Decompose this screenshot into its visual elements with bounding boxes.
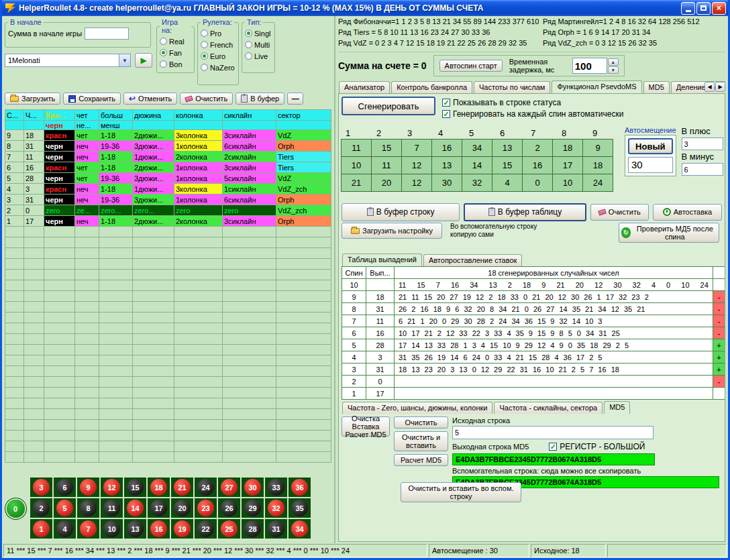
md5-clear-paste-button[interactable]: Очистить и вставить	[394, 431, 448, 451]
load-button[interactable]: Загрузить	[5, 93, 60, 105]
board-cell-34[interactable]: 34	[289, 519, 311, 539]
md5-output-field[interactable]: E4DA3B7FBBCE2345D7772B0674A318D5	[452, 453, 655, 465]
radio-option-NaZero[interactable]: NaZero	[201, 62, 236, 73]
radio-icon[interactable]	[201, 52, 208, 60]
undo-button[interactable]: ↩Отменить	[123, 93, 177, 105]
radio-icon[interactable]	[160, 60, 167, 68]
save-button[interactable]: Сохранить	[63, 93, 121, 105]
md5-clear-paste-aux-button[interactable]: Очистить и вставить во вспом. строку	[401, 482, 521, 502]
board-cell-2[interactable]: 2	[30, 498, 52, 518]
board-cell-0[interactable]: 0	[5, 500, 26, 518]
radio-option-Live[interactable]: Live	[245, 50, 272, 62]
board-cell-6[interactable]: 6	[54, 478, 76, 497]
radio-icon[interactable]	[245, 30, 252, 37]
tab-Частоты по числам[interactable]: Частоты по числам	[474, 81, 550, 93]
clear-grid-button[interactable]: Очистить	[590, 204, 649, 221]
radio-option-Bon[interactable]: Bon	[160, 58, 191, 70]
generate-each-spin-checkbox[interactable]: ✓ Генерировать на каждый спин автоматиче…	[442, 108, 623, 119]
history-table[interactable]: С...Ч...Кра...четбольшдюжинаколонкасикла…	[5, 109, 331, 463]
titlebar[interactable]: HelperRoullet 4.8- create helperroullet@…	[2, 0, 728, 16]
buffer-string-button[interactable]: В буфер строку	[342, 203, 460, 221]
tab-Таблица выпадений[interactable]: Таблица выпадений	[342, 254, 422, 266]
board-cell-5[interactable]: 5	[54, 498, 76, 518]
tab-scroll-left-icon[interactable]: ◀	[705, 82, 715, 92]
board-cell-28[interactable]: 28	[242, 519, 264, 539]
board-cell-13[interactable]: 13	[124, 519, 146, 539]
radio-icon[interactable]	[201, 30, 208, 37]
board-cell-9[interactable]: 9	[77, 478, 99, 497]
clear-button[interactable]: Очистить	[180, 93, 233, 105]
play-button[interactable]: ▶	[135, 53, 152, 68]
tab-Частота - Zero, шансы, дюжины, колонки[interactable]: Частота - Zero, шансы, дюжины, колонки	[342, 402, 492, 414]
board-cell-14[interactable]: 14	[124, 498, 146, 518]
load-settings-button[interactable]: Загрузить настройку	[342, 223, 442, 239]
tab-Частота - сиклайны, сектора[interactable]: Частота - сиклайны, сектора	[494, 402, 603, 414]
board-cell-32[interactable]: 32	[265, 498, 287, 518]
autobet-button[interactable]: Автоставка	[653, 204, 722, 221]
spinner-down-icon[interactable]: ▼	[608, 66, 619, 74]
board-cell-4[interactable]: 4	[54, 519, 76, 539]
radio-option-Singl[interactable]: Singl	[245, 27, 272, 39]
radio-icon[interactable]	[160, 38, 167, 45]
board-cell-15[interactable]: 15	[124, 478, 146, 497]
close-button[interactable]: ×	[712, 2, 726, 15]
board-cell-1[interactable]: 1	[30, 519, 52, 539]
spinner-up-icon[interactable]: ▲	[608, 58, 619, 66]
board-cell-33[interactable]: 33	[265, 478, 287, 497]
source-string-input[interactable]	[452, 426, 654, 439]
board-cell-17[interactable]: 17	[148, 498, 170, 518]
tab-scroll-right-icon[interactable]: ▶	[715, 82, 725, 92]
board-cell-3[interactable]: 3	[30, 478, 52, 497]
board-cell-22[interactable]: 22	[195, 519, 217, 539]
radio-icon[interactable]	[245, 52, 252, 60]
buffer-table-button[interactable]: В буфер таблицу	[464, 203, 586, 221]
radio-icon[interactable]	[245, 41, 252, 48]
register-uppercase-checkbox[interactable]: ✓ РЕГИСТР - БОЛЬШОЙ	[549, 441, 645, 452]
minus-input[interactable]	[682, 163, 723, 176]
radio-option-Multi[interactable]: Multi	[245, 39, 272, 50]
board-cell-27[interactable]: 27	[218, 478, 240, 497]
tab-MD5[interactable]: MD5	[604, 401, 630, 414]
radio-option-Real[interactable]: Real	[160, 36, 191, 47]
radio-option-French[interactable]: French	[201, 39, 236, 50]
autospin-start-button[interactable]: Автоспин старт	[439, 60, 503, 72]
board-cell-29[interactable]: 29	[242, 498, 264, 518]
board-cell-25[interactable]: 25	[218, 519, 240, 539]
board-cell-30[interactable]: 30	[242, 478, 264, 497]
board-cell-12[interactable]: 12	[101, 478, 123, 497]
board-cell-18[interactable]: 18	[148, 478, 170, 497]
tab-Анализатор[interactable]: Анализатор	[339, 81, 390, 93]
board-cell-26[interactable]: 26	[218, 498, 240, 518]
radio-icon[interactable]	[160, 49, 167, 56]
radio-option-Pro[interactable]: Pro	[201, 27, 236, 39]
board-cell-10[interactable]: 10	[101, 519, 123, 539]
collapse-button[interactable]: —	[287, 93, 303, 105]
board-cell-7[interactable]: 7	[77, 519, 99, 539]
tab-Контроль банкролла[interactable]: Контроль банкролла	[391, 81, 472, 93]
radio-option-Fan[interactable]: Fan	[160, 47, 191, 58]
board-cell-36[interactable]: 36	[289, 478, 311, 497]
md5-all-in-one-button[interactable]: Очистка Вставка Расчет MD5	[342, 416, 390, 437]
board-cell-35[interactable]: 35	[289, 498, 311, 518]
board-cell-21[interactable]: 21	[171, 478, 193, 497]
board-cell-24[interactable]: 24	[195, 478, 217, 497]
generate-button[interactable]: Сгенерировать	[342, 97, 435, 115]
board-cell-23[interactable]: 23	[195, 498, 217, 518]
radio-icon[interactable]	[201, 41, 208, 48]
check-md5-button[interactable]: ↻Проверить МД5 после спина	[619, 223, 719, 243]
delay-input[interactable]	[572, 58, 607, 74]
md5-clear-button[interactable]: Очистить	[394, 416, 448, 429]
board-cell-31[interactable]: 31	[265, 519, 287, 539]
tab-MD5[interactable]: MD5	[643, 81, 670, 93]
board-cell-20[interactable]: 20	[171, 498, 193, 518]
to-buffer-button[interactable]: В буфер	[236, 93, 284, 105]
preset-select[interactable]: 1Melonati ▼	[5, 54, 131, 67]
tab-Функционал PsevdoMS[interactable]: Функционал PsevdoMS	[552, 80, 641, 93]
radio-icon[interactable]	[201, 64, 208, 71]
minimize-button[interactable]	[681, 2, 695, 15]
md5-calc-button[interactable]: Расчет MD5	[394, 454, 448, 466]
board-cell-16[interactable]: 16	[148, 519, 170, 539]
radio-option-Euro[interactable]: Euro	[201, 50, 236, 62]
start-sum-input[interactable]	[85, 27, 129, 40]
new-button[interactable]: Новый	[628, 138, 673, 154]
